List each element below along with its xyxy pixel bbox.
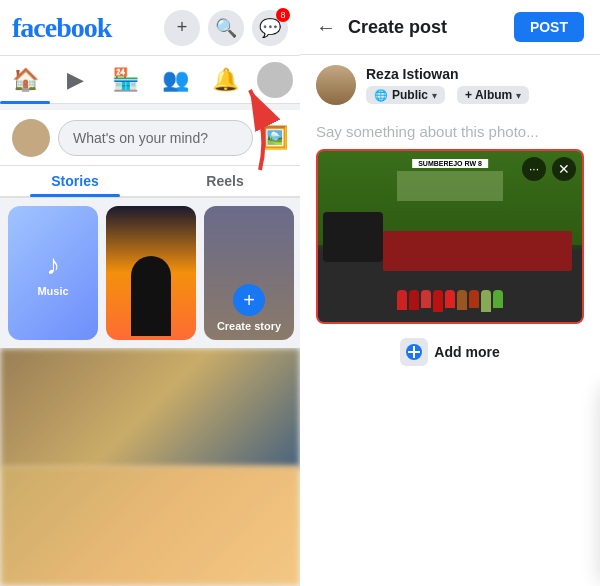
marketplace-icon: 🏪 <box>112 67 139 93</box>
user-avatar-nav <box>257 62 293 98</box>
story-create[interactable]: + Create story <box>204 206 294 340</box>
header: facebook + 🔍 💬 8 <box>0 0 300 56</box>
story-silhouette <box>131 256 171 336</box>
groups-icon: 👥 <box>162 67 189 93</box>
story-music-label: Music <box>37 285 68 297</box>
right-panel: ← Create post POST Reza Istiowan 🌐 Publi… <box>300 0 600 586</box>
notifications-icon: 🔔 <box>212 67 239 93</box>
caption-placeholder: Say something about this photo... <box>316 123 539 140</box>
add-more-button[interactable]: Add more <box>300 332 600 372</box>
facebook-logo: facebook <box>12 12 111 44</box>
nav-groups[interactable]: 👥 <box>150 56 200 104</box>
user-info: Reza Istiowan 🌐 Public ▾ + Album ▾ <box>300 55 600 115</box>
user-details: Reza Istiowan 🌐 Public ▾ + Album ▾ <box>366 66 529 104</box>
music-icon: ♪ <box>46 249 60 281</box>
photo-video-icon[interactable]: 🖼️ <box>261 125 288 151</box>
privacy-label: Public <box>392 88 428 102</box>
post-button[interactable]: POST <box>514 12 584 42</box>
post-placeholder: What's on your mind? <box>73 130 208 146</box>
create-post-title: Create post <box>348 17 506 38</box>
post-blur-2 <box>0 466 300 586</box>
photo-close-button[interactable]: ✕ <box>552 157 576 181</box>
watch-icon: ▶ <box>67 67 84 93</box>
create-plus-icon: + <box>233 284 265 316</box>
nav-home[interactable]: 🏠 <box>0 56 50 104</box>
privacy-selector[interactable]: 🌐 Public ▾ <box>366 86 445 104</box>
add-button[interactable]: + <box>164 10 200 46</box>
messenger-badge: 8 <box>276 8 290 22</box>
search-icon: 🔍 <box>215 17 237 39</box>
tab-stories[interactable]: Stories <box>0 167 150 195</box>
nav-notifications[interactable]: 🔔 <box>200 56 250 104</box>
banner: SUMBEREJO RW 8 <box>412 159 488 168</box>
album-label: + Album <box>465 88 512 102</box>
nav-watch[interactable]: ▶ <box>50 56 100 104</box>
svg-rect-3 <box>408 351 420 353</box>
story-sunset[interactable] <box>106 206 196 340</box>
caption-area[interactable]: Say something about this photo... <box>300 115 600 149</box>
stories-tabs: Stories Reels <box>0 166 300 198</box>
back-arrow-icon[interactable]: ← <box>316 16 336 39</box>
user-avatar <box>316 65 356 105</box>
user-privacy-row: 🌐 Public ▾ + Album ▾ <box>366 86 529 104</box>
stories-grid: ♪ Music + Create story <box>0 198 300 348</box>
username: Reza Istiowan <box>366 66 529 82</box>
header-icons: + 🔍 💬 8 <box>164 10 288 46</box>
home-icon: 🏠 <box>12 67 39 93</box>
messenger-button[interactable]: 💬 8 <box>252 10 288 46</box>
photo-more-button[interactable]: ··· <box>522 157 546 181</box>
search-button[interactable]: 🔍 <box>208 10 244 46</box>
nav-marketplace[interactable]: 🏪 <box>100 56 150 104</box>
story-create-label: Create story <box>217 320 281 332</box>
nav-avatar[interactable] <box>250 56 300 104</box>
post-input[interactable]: What's on your mind? <box>58 120 253 156</box>
photo-preview: SUMBEREJO RW 8 ··· ✕ <box>316 149 584 324</box>
add-more-label: Add more <box>434 344 499 360</box>
tab-reels[interactable]: Reels <box>150 167 300 195</box>
left-posts <box>0 348 300 586</box>
album-selector[interactable]: + Album ▾ <box>457 86 529 104</box>
post-bar: What's on your mind? 🖼️ <box>0 110 300 166</box>
privacy-dropdown-icon: ▾ <box>432 90 437 101</box>
post-avatar <box>12 119 50 157</box>
globe-icon: 🌐 <box>374 89 388 102</box>
post-blur-1 <box>0 348 300 468</box>
story-music[interactable]: ♪ Music <box>8 206 98 340</box>
add-more-icon <box>400 338 428 366</box>
navbar: 🏠 ▶ 🏪 👥 🔔 <box>0 56 300 104</box>
people-row <box>397 290 503 312</box>
create-post-header: ← Create post POST <box>300 0 600 55</box>
album-dropdown-icon: ▾ <box>516 90 521 101</box>
